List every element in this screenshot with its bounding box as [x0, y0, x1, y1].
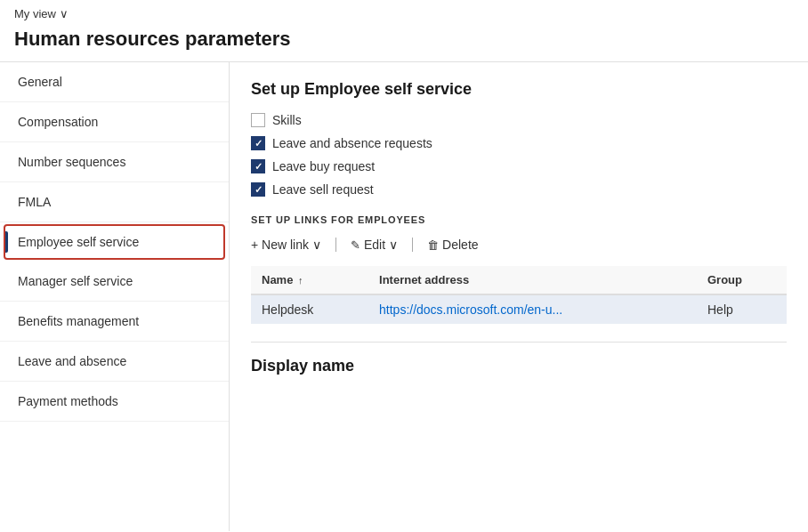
- checkbox-label-leave-absence-requests: Leave and absence requests: [272, 136, 432, 150]
- cell-internet-address[interactable]: https://docs.microsoft.com/en-u...: [368, 294, 697, 324]
- sidebar: GeneralCompensationNumber sequencesFMLAE…: [0, 62, 230, 531]
- display-name-title: Display name: [251, 357, 787, 375]
- sidebar-item-general[interactable]: General: [0, 62, 229, 102]
- checkbox-row-leave-absence-requests: Leave and absence requests: [251, 136, 787, 150]
- column-internet-address: Internet address: [368, 266, 697, 294]
- new-link-label: + New link: [251, 238, 309, 252]
- table-header: Name ↑ Internet address Group: [251, 266, 787, 294]
- checkbox-leave-buy-request[interactable]: [251, 159, 265, 173]
- sidebar-item-manager-self-service[interactable]: Manager self service: [0, 262, 229, 302]
- table-body: Helpdesk https://docs.microsoft.com/en-u…: [251, 294, 787, 324]
- page-title: Human resources parameters: [0, 24, 808, 61]
- checkbox-leave-absence-requests[interactable]: [251, 136, 265, 150]
- column-name: Name ↑: [251, 266, 368, 294]
- display-name-section: Display name: [251, 342, 787, 375]
- top-bar: My view ∨: [0, 0, 808, 24]
- new-link-chevron-icon: ∨: [312, 238, 321, 252]
- cell-name: Helpdesk: [251, 294, 368, 324]
- delete-button[interactable]: 🗑 Delete: [427, 234, 478, 255]
- toolbar: + New link ∨ ✎ Edit ∨ 🗑 Delete: [251, 234, 787, 255]
- section-title: Set up Employee self service: [251, 80, 787, 99]
- my-view-label: My view: [14, 7, 56, 20]
- table-row[interactable]: Helpdesk https://docs.microsoft.com/en-u…: [251, 294, 787, 324]
- sort-arrow-icon: ↑: [298, 275, 303, 286]
- sidebar-item-number-sequences[interactable]: Number sequences: [0, 142, 229, 182]
- toolbar-divider: [335, 238, 336, 252]
- delete-label: Delete: [442, 238, 478, 252]
- checkbox-label-skills: Skills: [272, 113, 302, 127]
- sidebar-item-benefits-management[interactable]: Benefits management: [0, 302, 229, 342]
- edit-chevron-icon: ∨: [389, 238, 398, 252]
- checkbox-label-leave-buy-request: Leave buy request: [272, 159, 375, 173]
- my-view-button[interactable]: My view ∨: [14, 7, 69, 20]
- links-table: Name ↑ Internet address Group Helpdesk h…: [251, 266, 787, 324]
- table-header-row: Name ↑ Internet address Group: [251, 266, 787, 294]
- checkbox-skills[interactable]: [251, 113, 265, 127]
- sidebar-item-payment-methods[interactable]: Payment methods: [0, 382, 229, 422]
- main-layout: GeneralCompensationNumber sequencesFMLAE…: [0, 61, 808, 531]
- sidebar-item-leave-and-absence[interactable]: Leave and absence: [0, 342, 229, 382]
- sidebar-item-compensation[interactable]: Compensation: [0, 102, 229, 142]
- checkboxes-group: SkillsLeave and absence requestsLeave bu…: [251, 113, 787, 197]
- checkbox-label-leave-sell-request: Leave sell request: [272, 182, 374, 197]
- delete-icon: 🗑: [427, 238, 439, 252]
- sidebar-item-fmla[interactable]: FMLA: [0, 182, 229, 222]
- checkbox-leave-sell-request[interactable]: [251, 182, 265, 197]
- toolbar-divider-2: [412, 238, 413, 252]
- edit-button[interactable]: ✎ Edit ∨: [351, 234, 398, 255]
- cell-group: Help: [697, 294, 787, 324]
- sidebar-item-employee-self-service[interactable]: Employee self service: [4, 224, 225, 260]
- edit-label: Edit: [364, 238, 385, 252]
- links-header: SET UP LINKS FOR EMPLOYEES: [251, 214, 787, 225]
- edit-icon: ✎: [351, 238, 360, 252]
- new-link-button[interactable]: + New link ∨: [251, 234, 321, 255]
- checkbox-row-skills: Skills: [251, 113, 787, 127]
- chevron-down-icon: ∨: [60, 7, 69, 20]
- main-content: Set up Employee self service SkillsLeave…: [230, 62, 808, 531]
- checkbox-row-leave-sell-request: Leave sell request: [251, 182, 787, 197]
- checkbox-row-leave-buy-request: Leave buy request: [251, 159, 787, 173]
- column-name-label: Name: [262, 273, 293, 286]
- column-group: Group: [697, 266, 787, 294]
